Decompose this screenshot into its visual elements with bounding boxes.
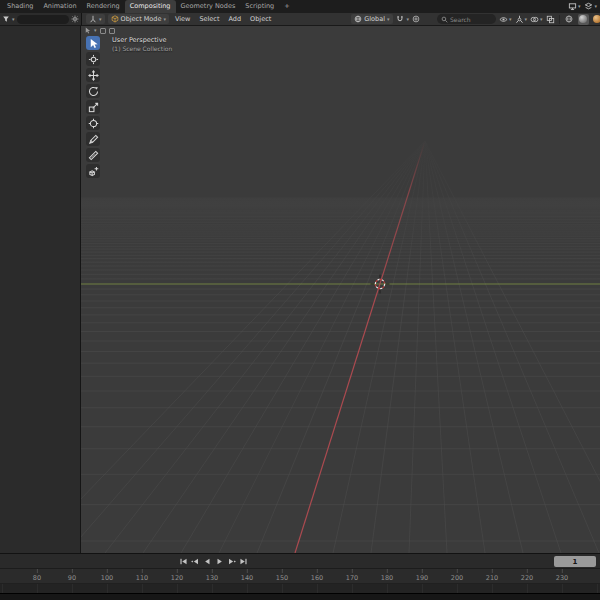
tool-select-box-button[interactable] [86,36,100,50]
workspace-tab[interactable]: Geometry Nodes [176,0,241,13]
viewport-search-input[interactable] [450,16,492,23]
tool-scale-button[interactable] [86,100,100,114]
workspace-tab[interactable]: Shading [2,0,38,13]
shading-solid-icon[interactable] [578,14,589,25]
chevron-down-icon: ▾ [525,17,528,22]
previous-keyframe-button[interactable] [190,556,201,567]
tool-transform-button[interactable] [86,116,100,130]
scene-icon [568,2,577,11]
workspace-tab-label: Rendering [87,2,120,10]
workspace-tab-label: Compositing [130,2,171,10]
chevron-down-icon: ▾ [540,17,543,22]
workspace-tab[interactable]: Compositing [125,0,176,13]
ruler-frame-number: 130 [206,574,218,582]
divider [559,15,560,24]
globe-icon [354,15,362,23]
timeline-ruler[interactable]: 80 90 100 110 120 130 140 150 160 170 18… [0,569,600,584]
tool-caret-icon[interactable]: ▾ [94,28,97,33]
overlays-dropdown[interactable]: ▾ [530,15,543,24]
workspace-tab[interactable]: Scripting [240,0,279,13]
workspace-tab-label: Shading [7,2,33,10]
chevron-down-icon: ▾ [509,17,512,22]
ruler-frame-number: 220 [521,574,533,582]
left-panel[interactable] [0,26,81,553]
3d-viewport-editor-icon [89,15,97,23]
editor-headers: ▾ ▾ Object Mode ▾ View Select Add Object [0,13,600,26]
chevron-down-icon: ▾ [12,17,15,22]
chevron-down-icon: ▾ [594,4,597,9]
ruler-frame-number: 180 [381,574,393,582]
shading-material-icon[interactable] [592,14,600,25]
mode-dropdown[interactable]: Object Mode ▾ [108,14,169,24]
view-layer-icon [584,2,593,11]
tool-option-icon[interactable] [100,28,106,34]
transport-controls [178,556,249,567]
chevron-down-icon: ▾ [387,17,390,22]
viewport-collection-label: (1) Scene Collection [112,45,172,52]
timeline-track-area[interactable] [0,584,600,593]
tool-annotate-button[interactable] [86,132,100,146]
topbar: Shading Animation Rendering Compositing … [0,0,600,13]
jump-to-start-button[interactable] [178,556,189,567]
tool-cursor-button[interactable] [86,52,100,66]
gizmo-dropdown[interactable]: ▾ [515,15,528,24]
timeline: 1 80 90 100 110 120 130 140 150 160 [0,553,600,600]
gizmo-icon [515,15,524,24]
ruler-frame-number: 80 [33,574,41,582]
outliner-search-input[interactable] [17,15,69,24]
current-frame-field[interactable]: 1 [554,556,596,567]
editor-type-button[interactable]: ▾ [86,14,105,24]
visibility-icon [499,15,508,24]
search-icon [441,16,448,23]
transform-orientation-dropdown[interactable]: Global ▾ [351,14,392,24]
menu-add[interactable]: Add [225,14,244,24]
workspace-tab[interactable]: Rendering [82,0,125,13]
xray-icon[interactable] [546,15,555,24]
ruler-frame-number: 210 [486,574,498,582]
workspace-tab-label: Animation [43,2,76,10]
scene-selector[interactable]: ▾ [568,2,581,11]
shading-wireframe-icon[interactable] [564,14,575,25]
viewport-perspective-label: User Perspective [112,36,167,44]
play-reverse-button[interactable] [202,556,213,567]
workspace-tab-label: + [284,2,289,10]
menu-object[interactable]: Object [247,14,274,24]
chevron-down-icon: ▾ [163,17,166,22]
tool-add-cube-button[interactable] [86,164,100,178]
workspace-tab[interactable]: + [279,0,294,13]
menu-view[interactable]: View [172,14,193,24]
ruler-frame-number: 200 [451,574,463,582]
ruler-frame-number: 150 [276,574,288,582]
viewport-canvas[interactable] [81,26,600,553]
tool-settings-row: ▾ [84,27,115,34]
viewport-header-right: ▾ ▾ ▾ ▾ [499,14,600,25]
filter-funnel-icon[interactable] [2,15,10,23]
snap-magnet-icon[interactable] [396,15,404,23]
ruler-frame-number: 110 [136,574,148,582]
next-keyframe-button[interactable] [226,556,237,567]
chevron-down-icon: ▾ [578,4,581,9]
ruler-frame-number: 230 [556,574,568,582]
object-mode-icon [111,15,119,23]
jump-to-end-button[interactable] [238,556,249,567]
view-layer-selector[interactable]: ▾ [584,2,597,11]
ruler-frame-number: 170 [346,574,358,582]
visibility-dropdown[interactable]: ▾ [499,15,512,24]
tool-option-icon[interactable] [109,28,115,34]
play-button[interactable] [214,556,225,567]
ruler-frame-number: 140 [241,574,253,582]
topbar-right: ▾ ▾ [568,2,597,11]
tool-move-button[interactable] [86,68,100,82]
settings-gear-icon[interactable] [71,15,79,23]
tool-measure-button[interactable] [86,148,100,162]
viewport-search-box[interactable] [437,14,496,24]
workspace-tab-label: Geometry Nodes [181,2,236,10]
ruler-frame-number: 190 [416,574,428,582]
overlays-icon [530,15,539,24]
tool-rotate-button[interactable] [86,84,100,98]
proportional-edit-icon[interactable] [412,15,420,23]
active-tool-icon[interactable] [84,27,91,34]
workspace-tab[interactable]: Animation [38,0,81,13]
3d-viewport: ▾ [81,26,600,553]
menu-select[interactable]: Select [196,14,222,24]
